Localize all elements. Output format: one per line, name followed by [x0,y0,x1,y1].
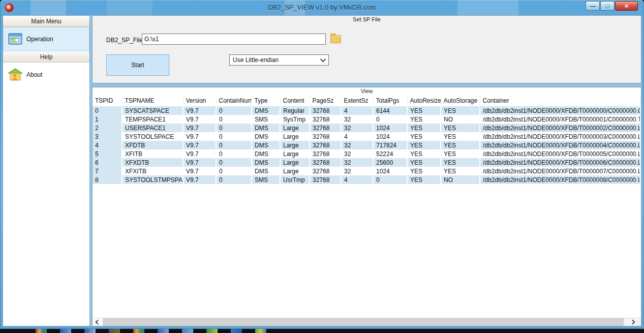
taskbar-icon [109,329,120,333]
table-cell: V9.7 [183,141,216,149]
table-cell: 52224 [373,149,407,158]
table-cell: /db2db/db2inst1/NODE0000/XFDB/T0000003/C… [480,132,640,141]
table-cell: 32768 [310,132,341,141]
db2-sp-file-input[interactable] [142,34,326,45]
window-controls: — □ × [586,1,638,11]
horizontal-scrollbar[interactable] [93,318,641,326]
table-cell: 32 [341,158,373,167]
table-row[interactable]: 7XFXITBV9.70DMSLarge32768321024YESYES/db… [93,167,640,175]
chevron-down-icon [320,56,326,62]
table-cell: YES [407,141,441,149]
table-row[interactable]: 0SYSCATSPACEV9.70DMSRegular3276846144YES… [93,106,640,115]
table-cell: /db2db/db2inst1/NODE0000/XFDB/T0000005/C… [480,149,640,158]
table-cell: 0 [216,124,252,132]
column-header-type[interactable]: Type [252,95,280,106]
scroll-right-button[interactable] [624,318,641,326]
table-row[interactable]: 8SYSTOOLSTMPSPACEV9.70SMSUsrTmp3276840YE… [93,175,640,184]
table-cell: 32 [341,115,373,124]
minimize-button[interactable]: — [586,1,600,11]
table-cell: SYSTOOLSTMPSPACE [122,175,183,184]
table-cell: 3 [93,132,122,141]
table-cell: SYSTOOLSPACE [122,132,183,141]
sidebar-header-help: Help [3,51,89,63]
table-cell: YES [407,167,441,175]
table-cell: 32 [341,167,373,175]
column-header-tspid[interactable]: TSPID [93,95,122,106]
table-cell: 32768 [310,141,341,149]
table-cell: V9.7 [183,167,216,175]
table-cell: 32768 [310,149,341,158]
table-cell: TEMPSPACE1 [122,115,183,124]
table-cell: DMS [252,158,280,167]
taskbar-icon [60,329,71,333]
table-cell: YES [407,175,441,184]
table-cell: /db2db/db2inst1/NODE0000/XFDB/T0000008/C… [480,175,640,184]
view-panel-title: View [93,87,641,95]
table-cell: /db2db/db2inst1/NODE0000/XFDB/T0000000/C… [480,106,640,115]
taskbar-icon [36,329,47,333]
table-row[interactable]: 3SYSTOOLSPACEV9.70DMSLarge3276841024YESY… [93,132,640,141]
table-cell: 32 [341,124,373,132]
column-header-version[interactable]: Version [183,95,216,106]
window-title: DB2_SP_VIEW v1.0 by:VMxDB.com [0,0,644,15]
endian-select[interactable]: Use Little-endian [229,54,329,66]
column-header-totalpgs[interactable]: TotalPgs [373,95,407,106]
column-header-autoresize[interactable]: AutoResize [407,95,441,106]
table-cell: UsrTmp [280,175,310,184]
table-cell: Large [280,149,310,158]
table-row[interactable]: 6XFXDTBV9.70DMSLarge327683225600YESYES/d… [93,158,640,167]
start-button[interactable]: Start [106,54,169,76]
table-row[interactable]: 2USERSPACE1V9.70DMSLarge32768321024YESYE… [93,124,640,132]
table-cell: V9.7 [183,124,216,132]
table-cell: 0 [216,132,252,141]
table-cell: XFITB [122,149,183,158]
sidebar: Main Menu Operation Help [3,15,90,326]
table-cell: 32768 [310,124,341,132]
scrollbar-thumb[interactable] [103,318,624,326]
table-cell: 4 [341,175,373,184]
table-cell: DMS [252,132,280,141]
table-cell: YES [407,149,441,158]
column-header-autostorage[interactable]: AutoStorage [441,95,480,106]
chevron-left-icon [95,320,100,325]
table-row[interactable]: 1TEMPSPACE1V9.70SMSSysTmp32768320YESNO/d… [93,115,640,124]
column-header-container[interactable]: Container [480,95,640,106]
table-cell: 0 [373,115,407,124]
table-cell: 2 [93,124,122,132]
table-cell: /db2db/db2inst1/NODE0000/XFDB/T0000006/C… [480,158,640,167]
column-header-tspname[interactable]: TSPNAME [122,95,183,106]
table-cell: 32768 [310,167,341,175]
sidebar-item-label: About [26,71,42,78]
table-cell: Regular [280,106,310,115]
column-header-pagesz[interactable]: PageSz [310,95,341,106]
titlebar[interactable]: DB2_SP_VIEW v1.0 by:VMxDB.com — □ × [0,0,644,15]
column-header-content[interactable]: Content [280,95,310,106]
table-cell: 1024 [373,132,407,141]
table-cell: /db2db/db2inst1/NODE0000/XFDB/T0000007/C… [480,167,640,175]
scroll-left-button[interactable] [93,318,103,326]
table-cell: USERSPACE1 [122,124,183,132]
table-cell: YES [407,115,441,124]
table-cell: 1 [93,115,122,124]
close-button[interactable]: × [615,1,638,11]
maximize-button[interactable]: □ [600,1,615,11]
table-cell: YES [407,158,441,167]
folder-browse-icon[interactable] [330,35,341,43]
tablespace-grid: TSPIDTSPNAMEVersionContainNumTypeContent… [93,95,641,318]
table-row[interactable]: 4XFDTBV9.70DMSLarge3276832717824YESYES/d… [93,141,640,149]
table-cell: SMS [252,175,280,184]
table-cell: V9.7 [183,175,216,184]
table-cell: 0 [216,141,252,149]
column-header-containnum[interactable]: ContainNum [216,95,252,106]
table-cell: YES [407,124,441,132]
column-header-extentsz[interactable]: ExtentSz [341,95,373,106]
sidebar-item-operation[interactable]: Operation [3,27,89,51]
sidebar-item-about[interactable]: About [3,63,89,87]
table-row[interactable]: 5XFITBV9.70DMSLarge327683252224YESYES/db… [93,149,640,158]
table-cell: NO [441,115,480,124]
table-cell: XFDTB [122,141,183,149]
table-cell: DMS [252,141,280,149]
table-cell: 0 [216,158,252,167]
table-cell: 32768 [310,115,341,124]
table-cell: XFXITB [122,167,183,175]
